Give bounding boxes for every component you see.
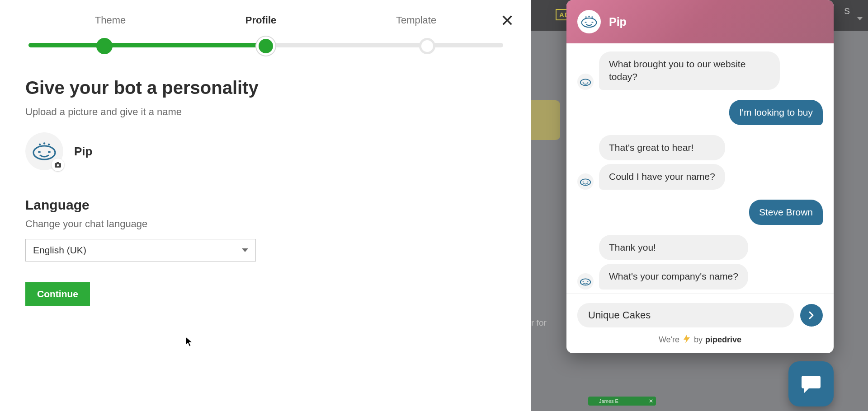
chat-bot-avatar [577, 10, 601, 33]
send-button[interactable] [800, 304, 823, 327]
bg-yellow-panel [531, 100, 560, 140]
chat-message-user: Steve Brown [749, 200, 823, 225]
svg-rect-5 [48, 151, 51, 153]
camera-icon [52, 159, 64, 171]
language-title: Language [25, 197, 506, 213]
chat-header: Pip [566, 0, 834, 43]
bot-avatar-upload[interactable] [25, 132, 63, 170]
chat-widget: Pip What brought you to our website toda… [566, 0, 834, 353]
bg-deal-card: James E ✕ [588, 397, 656, 406]
bot-name[interactable]: Pip [74, 145, 92, 159]
chevron-down-icon [857, 17, 863, 20]
chat-message-bot: Thank you! [599, 235, 748, 260]
step-dot-template[interactable] [419, 38, 435, 54]
stepper: Theme Profile Template [17, 0, 514, 26]
svg-rect-17 [587, 82, 589, 83]
cursor-icon [185, 336, 193, 349]
svg-rect-23 [587, 281, 589, 282]
msg-bot-avatar [577, 273, 594, 290]
svg-rect-4 [38, 151, 41, 153]
svg-point-10 [589, 16, 590, 17]
page-subtitle: Upload a picture and give it a name [25, 106, 506, 118]
bot-face-icon [32, 142, 57, 161]
chat-message-bot: Could I have your name? [599, 164, 725, 189]
step-template[interactable]: Template [396, 14, 436, 26]
svg-rect-7 [57, 162, 59, 163]
msg-bot-avatar [577, 173, 594, 190]
chevron-right-icon [807, 311, 816, 320]
setup-left-panel: ✕ Theme Profile Template Give your bot a… [0, 0, 531, 411]
close-button[interactable]: ✕ [500, 13, 514, 29]
step-dot-theme[interactable] [96, 38, 113, 54]
svg-rect-22 [583, 281, 584, 282]
chevron-down-icon [242, 248, 248, 252]
svg-point-0 [39, 144, 41, 145]
svg-point-9 [585, 16, 587, 18]
chat-message-bot: What's your company's name? [599, 264, 748, 289]
language-subtitle: Change your chat language [25, 218, 506, 230]
chat-launcher-fab[interactable] [788, 361, 834, 406]
bolt-icon [682, 334, 691, 346]
preview-backdrop: AD\ S r for James E ✕ Pip [531, 0, 868, 411]
svg-rect-20 [587, 182, 589, 182]
brand-pipedrive: pipedrive [705, 335, 741, 345]
svg-point-2 [48, 144, 50, 145]
chat-message-user: I'm looking to buy [729, 100, 823, 125]
step-theme[interactable]: Theme [95, 14, 126, 26]
language-select[interactable]: English (UK) [25, 239, 256, 262]
msg-bot-avatar [577, 74, 594, 90]
svg-rect-19 [583, 182, 584, 182]
chat-message-bot: What brought you to our website today? [599, 51, 780, 90]
chat-footer: We're by pipedrive [566, 331, 834, 353]
continue-button[interactable]: Continue [25, 282, 90, 306]
page-title: Give your bot a personality [25, 78, 506, 98]
step-dot-profile[interactable] [259, 39, 273, 53]
svg-point-11 [591, 16, 593, 18]
stepper-track [28, 37, 503, 55]
bg-text-s: S [844, 6, 850, 16]
chat-message-bot: That's great to hear! [599, 135, 725, 160]
svg-rect-16 [583, 82, 584, 83]
chat-title: Pip [609, 15, 627, 28]
chat-body[interactable]: What brought you to our website today? I… [566, 43, 834, 294]
language-selected-value: English (UK) [33, 245, 86, 256]
bg-text-fragment: r for [531, 318, 547, 328]
svg-rect-13 [585, 22, 587, 23]
step-profile[interactable]: Profile [245, 14, 276, 26]
svg-point-1 [43, 142, 45, 144]
svg-point-8 [57, 164, 59, 167]
chat-input[interactable]: Unique Cakes [577, 303, 794, 327]
svg-rect-14 [591, 22, 593, 23]
chat-icon [800, 373, 822, 395]
